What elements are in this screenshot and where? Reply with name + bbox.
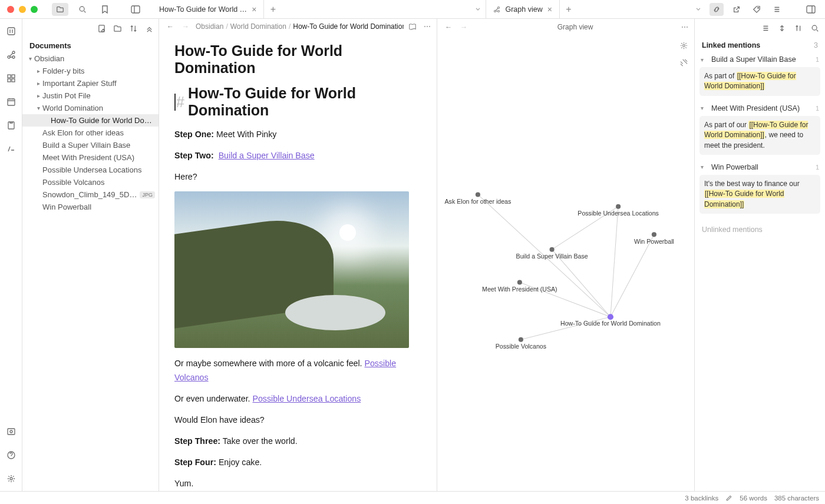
new-tab-button[interactable]: +: [560, 0, 578, 18]
collapse-icon[interactable]: [145, 24, 154, 33]
mention-item[interactable]: ▾Win Powerball1: [695, 160, 825, 175]
tag-icon[interactable]: [750, 3, 764, 16]
show-context-icon[interactable]: [778, 24, 786, 32]
tree-file[interactable]: Win Powerball: [22, 201, 159, 213]
vault-icon[interactable]: [5, 425, 18, 438]
collapse-results-icon[interactable]: [761, 24, 770, 32]
step-label: Step Three:: [174, 436, 220, 446]
tree-folder[interactable]: ▾Obsidian: [22, 52, 159, 65]
files-icon[interactable]: [52, 3, 68, 16]
tree-folder[interactable]: ▸Folder-y bits: [22, 65, 159, 77]
svg-rect-11: [8, 75, 11, 78]
forward-icon[interactable]: →: [458, 23, 469, 31]
filetype-badge: JPG: [140, 191, 155, 198]
sort-icon[interactable]: [129, 24, 138, 33]
mention-snippet[interactable]: As part of [[How-To Guide for World Domi…: [699, 67, 820, 96]
svg-rect-1: [131, 6, 140, 13]
tree-file[interactable]: Build a Super Villain Base: [22, 139, 159, 151]
graph-view-icon[interactable]: [5, 48, 18, 61]
file-explorer: Documents ▾Obsidian ▸Folder-y bits ▸Impo…: [22, 19, 159, 491]
tree-folder[interactable]: ▸Important Zapier Stuff: [22, 77, 159, 89]
tree-label: World Domination: [42, 104, 155, 112]
char-count[interactable]: 385 characters: [774, 495, 819, 502]
tree-file[interactable]: Ask Elon for other ideas: [22, 127, 159, 139]
unlinked-mentions-heading[interactable]: Unlinked mentions: [695, 218, 825, 241]
svg-point-36: [519, 337, 523, 342]
mention-snippet[interactable]: As part of our [[How-To Guide for World …: [699, 116, 820, 155]
outgoing-link-icon[interactable]: [730, 3, 744, 16]
mention-item[interactable]: ▾Build a Super Villain Base1: [695, 52, 825, 67]
more-icon[interactable]: ⋯: [681, 23, 688, 31]
crumb-vault[interactable]: Obsidian: [196, 22, 223, 31]
graph-node-label[interactable]: Possible Volcanos: [496, 343, 546, 350]
tree-file[interactable]: How-To Guide for World Dominat…: [22, 114, 159, 127]
tab-dropdown-icon[interactable]: [470, 0, 486, 18]
internal-link[interactable]: Possible Undersea Locations: [253, 394, 361, 403]
close-icon[interactable]: ×: [252, 5, 256, 14]
help-icon[interactable]: [5, 449, 18, 462]
graph-node-label[interactable]: Meet With President (USA): [482, 286, 557, 293]
tab-document[interactable]: How-To Guide for World … ×: [152, 0, 264, 18]
command-palette-icon[interactable]: [5, 142, 18, 155]
outline-icon[interactable]: [770, 3, 784, 16]
right-sidebar-toggle-icon[interactable]: [804, 3, 818, 16]
bookmark-icon[interactable]: [97, 3, 113, 16]
crumb-folder[interactable]: World Domination: [230, 22, 286, 31]
more-icon[interactable]: ⋯: [424, 22, 431, 31]
embedded-image[interactable]: [174, 191, 409, 348]
word-count[interactable]: 56 words: [740, 495, 767, 502]
new-note-icon[interactable]: [97, 24, 106, 33]
search-icon[interactable]: [74, 3, 91, 16]
svg-point-18: [10, 430, 12, 433]
mention-snippet[interactable]: It's the best way to finance our [[How-T…: [699, 175, 820, 214]
graph-animate-icon[interactable]: [679, 58, 688, 67]
quick-switcher-icon[interactable]: [5, 25, 18, 38]
internal-link[interactable]: Build a Super Villain Base: [219, 151, 315, 160]
linked-mentions-heading[interactable]: Linked mentions 3: [695, 37, 825, 52]
left-sidebar-toggle-icon[interactable]: [131, 5, 140, 14]
settings-icon[interactable]: [5, 472, 18, 485]
svg-point-35: [608, 314, 613, 320]
close-icon[interactable]: ×: [547, 5, 552, 14]
maximize-window-button[interactable]: [31, 6, 38, 13]
mention-item[interactable]: ▾Meet With President (USA)1: [695, 101, 825, 116]
new-folder-icon[interactable]: [113, 24, 122, 33]
paragraph: Here?: [174, 170, 421, 184]
backlinks-count[interactable]: 3 backlinks: [685, 495, 718, 502]
tree-file[interactable]: Possible Undersea Locations: [22, 164, 159, 176]
graph-settings-icon[interactable]: [679, 41, 688, 50]
svg-point-10: [12, 56, 15, 58]
back-icon[interactable]: ←: [165, 22, 176, 31]
tree-label: Folder-y bits: [42, 67, 155, 75]
close-window-button[interactable]: [7, 6, 14, 13]
templates-icon[interactable]: [5, 119, 18, 132]
editor-body[interactable]: How-To Guide for World Domination #How-T…: [159, 34, 437, 491]
tree-file[interactable]: Possible Volcanos: [22, 176, 159, 188]
daily-note-icon[interactable]: [5, 95, 18, 108]
search-icon[interactable]: [811, 24, 819, 32]
tree-folder[interactable]: ▸Justin Pot File: [22, 89, 159, 102]
graph-node-label[interactable]: How-To Guide for World Domination: [560, 320, 661, 327]
graph-node-label[interactable]: Build a Super Villain Base: [516, 253, 588, 260]
edit-icon[interactable]: [725, 495, 732, 502]
link-icon[interactable]: [710, 3, 724, 16]
tab-dropdown-icon[interactable]: [691, 0, 706, 18]
tab-graph[interactable]: Graph view ×: [486, 0, 559, 18]
svg-point-31: [616, 204, 621, 209]
new-tab-button[interactable]: +: [264, 0, 282, 18]
back-icon[interactable]: ←: [443, 23, 454, 31]
graph-node-label[interactable]: Win Powerball: [634, 238, 674, 245]
reading-view-icon[interactable]: [408, 22, 417, 31]
canvas-icon[interactable]: [5, 72, 18, 85]
tree-folder[interactable]: ▾World Domination: [22, 102, 159, 114]
graph-canvas[interactable]: Ask Elon for other ideas Possible Unders…: [437, 35, 694, 491]
forward-icon[interactable]: →: [180, 22, 191, 31]
tree-file[interactable]: Snowdon_Climb_149_5D3_27…JPG: [22, 188, 159, 201]
graph-node-label[interactable]: Ask Elon for other ideas: [445, 198, 512, 205]
sort-icon[interactable]: [794, 24, 803, 32]
tree-file[interactable]: Meet With President (USA): [22, 151, 159, 164]
crumb-file[interactable]: How-To Guide for World Domination: [293, 22, 404, 31]
graph-pane: ← → Graph view ⋯: [437, 19, 694, 491]
minimize-window-button[interactable]: [19, 6, 26, 13]
graph-node-label[interactable]: Possible Undersea Locations: [578, 210, 659, 217]
